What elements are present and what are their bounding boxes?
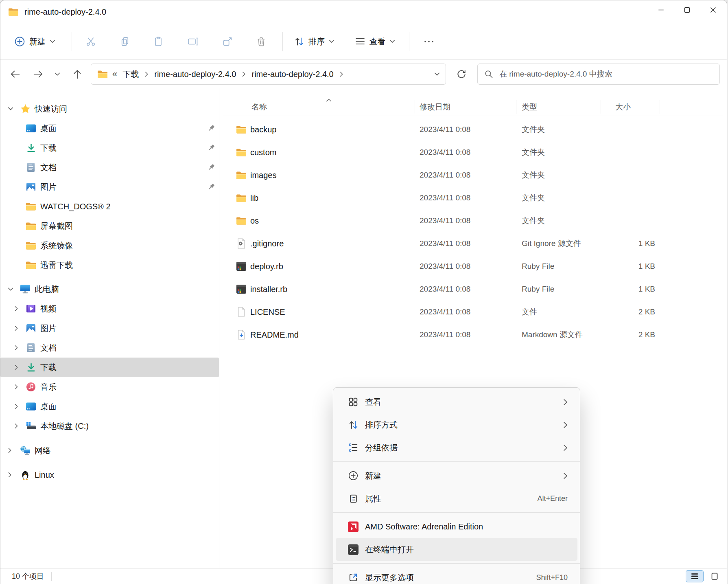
chevron-right-icon[interactable] [14,345,18,351]
menu-item-new[interactable]: 新建 [336,464,577,487]
column-headers: 名称修改日期类型大小 [223,98,723,116]
file-row-custom[interactable]: custom2023/4/11 0:08文件夹 [219,141,727,164]
cut-button[interactable] [83,33,99,50]
column-header-name[interactable]: 名称 [251,98,267,116]
sidebar-item-label: 系统镜像 [40,240,73,251]
minimize-button[interactable] [648,0,674,19]
chevron-right-icon[interactable] [14,364,18,370]
recent-locations-button[interactable] [52,70,63,79]
sidebar-item-videos[interactable]: 视频 [0,299,219,318]
sidebar-item-desktop[interactable]: 桌面 [0,119,219,138]
sidebar-item-network[interactable]: 网络 [0,441,219,460]
menu-item-open-in-terminal[interactable]: 在终端中打开 [336,538,577,561]
file-row-os[interactable]: os2023/4/11 0:08文件夹 [219,209,727,232]
column-resizer[interactable] [415,100,415,114]
details-view-button[interactable] [686,570,704,582]
folder-icon [25,221,37,231]
copy-button[interactable] [117,33,133,50]
file-date-modified: 2023/4/11 0:08 [420,285,470,294]
sidebar-item-screenshots[interactable]: 屏幕截图 [0,216,219,236]
chevron-down-icon[interactable] [8,107,13,111]
chevron-right-icon[interactable] [14,306,18,312]
menu-item-view[interactable]: 查看 [336,391,577,413]
chevron-double-left-icon[interactable]: « [112,69,117,79]
file-row-backup[interactable]: backup2023/4/11 0:08文件夹 [219,118,727,141]
submenu-chevron-icon [563,472,568,479]
sidebar-item-music[interactable]: 音乐 [0,377,219,397]
sidebar-item-watch-dogs-2[interactable]: WATCH_DOGS® 2 [0,197,219,216]
column-resizer[interactable] [516,100,516,114]
menu-item-properties[interactable]: 属性Alt+Enter [336,487,577,510]
rename-button[interactable] [184,33,202,49]
column-resizer[interactable] [601,100,601,114]
file-row-images[interactable]: images2023/4/11 0:08文件夹 [219,164,727,187]
refresh-button[interactable] [454,67,469,81]
column-header-type[interactable]: 类型 [522,98,537,116]
file-row-deploy.rb[interactable]: deploy.rb2023/4/11 0:08Ruby File1 KB [219,255,727,278]
share-button[interactable] [219,33,236,50]
chevron-right-icon[interactable] [14,404,18,409]
sort-button[interactable]: 排序 [290,33,339,50]
sidebar-item-desktop[interactable]: 桌面 [0,397,219,416]
chevron-right-icon[interactable] [8,448,12,453]
close-button[interactable] [700,0,726,19]
sidebar-item-linux[interactable]: Linux [0,465,219,485]
sidebar-item-this-pc[interactable]: 此电脑 [0,279,219,299]
more-button[interactable] [421,37,437,46]
delete-button[interactable] [254,33,269,50]
sidebar-item-thunder-downloads[interactable]: 迅雷下载 [0,255,219,275]
chevron-down-icon[interactable] [8,287,13,291]
sidebar-item-quick-access[interactable]: 快速访问 [0,99,219,119]
sidebar-item-documents[interactable]: 文档 [0,338,219,358]
chevron-right-icon[interactable] [242,71,246,77]
toolbar-separator [72,32,72,51]
chevron-right-icon[interactable] [14,423,18,429]
sidebar-item-local-disk-c[interactable]: 本地磁盘 (C:) [0,416,219,436]
chevron-right-icon[interactable] [14,384,18,390]
forward-button[interactable] [31,67,46,82]
large-icons-view-button[interactable] [706,570,724,582]
chevron-right-icon[interactable] [144,71,149,77]
breadcrumb-segment[interactable]: 下载 [120,68,141,81]
column-header-date-modified[interactable]: 修改日期 [420,98,450,116]
maximize-button[interactable] [674,0,700,19]
sidebar-item-documents[interactable]: 文档 [0,158,219,177]
sidebar-item-pictures[interactable]: 图片 [0,318,219,338]
file-date-modified: 2023/4/11 0:08 [420,171,470,180]
file-row-LICENSE[interactable]: LICENSE2023/4/11 0:08文件2 KB [219,301,727,323]
file-row-lib[interactable]: lib2023/4/11 0:08文件夹 [219,187,727,209]
search-input[interactable] [498,69,713,79]
breadcrumb-segment[interactable]: rime-auto-deploy-2.4.0 [152,69,238,80]
sidebar-item-pictures[interactable]: 图片 [0,177,219,197]
breadcrumb-segment[interactable]: rime-auto-deploy-2.4.0 [249,69,335,80]
sidebar-item-downloads[interactable]: 下载 [0,138,219,158]
file-date-modified: 2023/4/11 0:08 [420,330,470,339]
sidebar-item-system-images[interactable]: 系统镜像 [0,236,219,255]
ellipsis-icon [424,40,434,43]
items-count: 10 个项目 [12,571,44,581]
back-button[interactable] [8,67,23,82]
sidebar-item-label: 屏幕截图 [40,221,73,232]
menu-item-sort-by[interactable]: 排序方式 [336,413,577,436]
file-row-README.md[interactable]: README.md2023/4/11 0:08Markdown 源文件2 KB [219,323,727,346]
new-button[interactable]: 新建 [10,33,59,50]
chevron-right-icon[interactable] [8,472,12,478]
breadcrumb[interactable]: «下载rime-auto-deploy-2.4.0rime-auto-deplo… [91,64,446,85]
title-bar: rime-auto-deploy-2.4.0 [0,0,727,23]
paste-button[interactable] [151,33,167,50]
column-resizer[interactable] [660,100,660,114]
file-row-installer.rb[interactable]: installer.rb2023/4/11 0:08Ruby File1 KB [219,278,727,301]
file-row-.gitignore[interactable]: .gitignore2023/4/11 0:08Git Ignore 源文件1 … [219,232,727,255]
chevron-right-icon[interactable] [14,325,18,331]
column-header-size[interactable]: 大小 [615,98,631,116]
sidebar-item-downloads[interactable]: 下载 [0,358,219,377]
chevron-right-icon[interactable] [339,71,343,77]
new-button-label: 新建 [29,36,46,47]
menu-item-show-more-options[interactable]: 显示更多选项Shift+F10 [336,566,577,584]
menu-item-amd-software[interactable]: AMD Software: Adrenalin Edition [336,515,577,538]
up-button[interactable] [70,67,85,82]
view-button[interactable]: 查看 [351,33,399,50]
file-type: Git Ignore 源文件 [522,238,581,249]
address-dropdown-icon[interactable] [434,72,440,76]
menu-item-group-by[interactable]: 分组依据 [336,436,577,459]
